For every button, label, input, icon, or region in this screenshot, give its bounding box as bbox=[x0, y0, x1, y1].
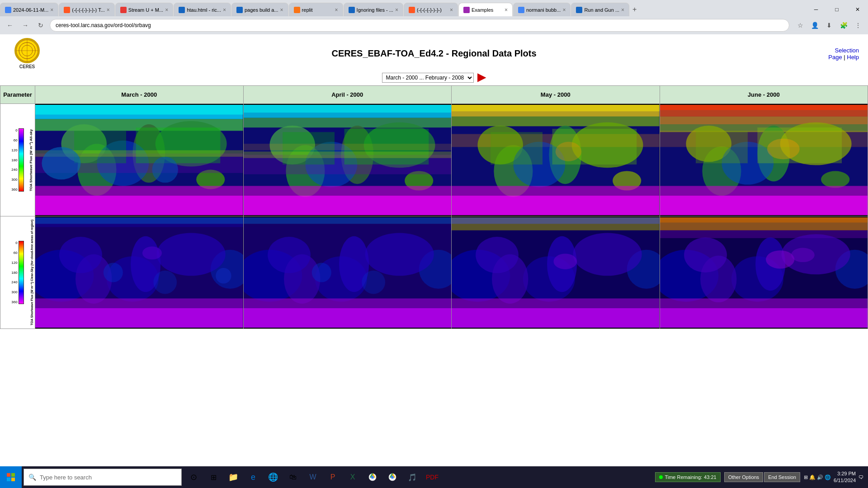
map-cell-april-clearsky[interactable] bbox=[244, 216, 452, 328]
tab-8-close[interactable]: × bbox=[450, 7, 453, 13]
map-cell-april-allsky[interactable] bbox=[244, 104, 452, 216]
tab-2-favicon bbox=[64, 7, 70, 13]
menu-button[interactable]: ⋮ bbox=[852, 19, 864, 32]
map-cell-march-allsky[interactable] bbox=[35, 104, 243, 216]
svg-point-35 bbox=[104, 263, 123, 282]
svg-rect-113 bbox=[660, 186, 868, 196]
page-content: CERES CERES_EBAF-TOA_Ed4.2 - Regional Da… bbox=[0, 34, 868, 466]
map-march-allsky-svg bbox=[35, 104, 243, 216]
minimize-button[interactable]: ─ bbox=[806, 3, 826, 16]
tab-10-label: normani bubb... bbox=[526, 7, 561, 13]
other-options-button[interactable]: Other Options bbox=[724, 472, 763, 482]
param-header: Parameter bbox=[0, 86, 35, 104]
svg-rect-39 bbox=[35, 217, 243, 224]
taskbar-chrome[interactable] bbox=[363, 467, 382, 487]
map-cell-may-clearsky[interactable] bbox=[452, 216, 660, 328]
tab-9[interactable]: Examples × bbox=[458, 3, 513, 16]
tab-10-close[interactable]: × bbox=[562, 7, 566, 13]
tab-2-label: (-{-(-{-}-)-}-) T... bbox=[72, 7, 105, 13]
svg-rect-51 bbox=[244, 186, 452, 196]
notification-icon[interactable]: 🗨 bbox=[859, 474, 863, 480]
svg-point-63 bbox=[268, 237, 311, 273]
svg-point-129 bbox=[766, 250, 794, 268]
windows-logo-icon bbox=[6, 473, 15, 482]
help-link[interactable]: Help bbox=[847, 54, 859, 61]
tab-11-close[interactable]: × bbox=[621, 7, 624, 13]
tab-5-close[interactable]: × bbox=[280, 7, 283, 13]
end-session-button[interactable]: End Session bbox=[764, 472, 800, 482]
tab-8[interactable]: (-{-(-{-}-)-}-) × bbox=[404, 3, 458, 16]
svg-rect-70 bbox=[244, 217, 452, 224]
tab-2[interactable]: (-{-(-{-}-)-}-) T... × bbox=[59, 3, 115, 16]
tab-bar: 2024-06-11-M... × (-{-(-{-}-)-}-) T... ×… bbox=[0, 0, 868, 16]
extensions-button[interactable]: 🧩 bbox=[837, 19, 850, 32]
tab-3[interactable]: Stream U + M... × bbox=[115, 3, 173, 16]
svg-point-21 bbox=[42, 147, 80, 179]
close-button[interactable]: ✕ bbox=[847, 3, 868, 16]
taskbar-search[interactable]: 🔍 Type here to search bbox=[24, 469, 182, 486]
search-icon: 🔍 bbox=[28, 474, 36, 481]
tab-6[interactable]: replit × bbox=[289, 3, 343, 16]
svg-rect-100 bbox=[452, 217, 660, 224]
start-button[interactable] bbox=[0, 466, 22, 488]
play-button[interactable] bbox=[477, 73, 486, 82]
back-button[interactable]: ← bbox=[4, 19, 16, 32]
svg-point-30 bbox=[59, 237, 102, 273]
tab-10-favicon bbox=[518, 7, 524, 13]
taskbar-excel[interactable]: X bbox=[343, 467, 363, 487]
tab-4-label: htau.html - ric... bbox=[187, 7, 221, 13]
svg-rect-33 bbox=[35, 308, 243, 328]
bookmark-button[interactable]: ☆ bbox=[794, 19, 807, 32]
map-cell-june-allsky[interactable] bbox=[660, 104, 868, 216]
address-input[interactable] bbox=[50, 19, 789, 32]
date-range-select[interactable]: March - 2000 ... February - 2008 bbox=[382, 73, 474, 83]
map-cell-may-allsky[interactable] bbox=[452, 104, 660, 216]
tab-4-close[interactable]: × bbox=[223, 7, 226, 13]
tab-7-close[interactable]: × bbox=[395, 7, 398, 13]
tab-3-favicon bbox=[120, 7, 127, 13]
colorbar-clearsky: 0 60 120 180 240 300 360 bbox=[9, 216, 25, 328]
taskbar-edge[interactable]: e bbox=[243, 467, 263, 487]
taskbar-powerpoint[interactable]: P bbox=[323, 467, 343, 487]
taskbar-pdf[interactable]: PDF bbox=[422, 467, 442, 487]
tab-1-close[interactable]: × bbox=[50, 7, 53, 13]
tab-2-close[interactable]: × bbox=[107, 7, 110, 13]
taskbar-ie[interactable]: 🌐 bbox=[263, 467, 283, 487]
taskbar-store[interactable]: 🛍 bbox=[283, 467, 303, 487]
map-cell-june-clearsky[interactable] bbox=[660, 216, 868, 328]
svg-rect-99 bbox=[452, 299, 660, 309]
tab-7[interactable]: Ignoring files - ... × bbox=[344, 3, 403, 16]
tab-5[interactable]: pages build a... × bbox=[231, 3, 288, 16]
param-label-allsky: TOA Shortwave Flux (W m⁻²) All-sky bbox=[29, 104, 33, 216]
tab-6-close[interactable]: × bbox=[335, 7, 338, 13]
time-dot bbox=[659, 475, 663, 479]
col-march-2000: March - 2000 bbox=[35, 85, 244, 329]
svg-rect-112 bbox=[660, 196, 868, 215]
svg-rect-134 bbox=[7, 473, 10, 477]
taskbar-music[interactable]: 🎵 bbox=[402, 467, 422, 487]
maximize-button[interactable]: □ bbox=[826, 3, 847, 16]
month-header-may: May - 2000 bbox=[452, 86, 660, 104]
taskbar-word[interactable]: W bbox=[303, 467, 323, 487]
tab-11[interactable]: Run and Gun ... × bbox=[571, 3, 629, 16]
map-cell-march-clearsky[interactable] bbox=[35, 216, 243, 328]
svg-rect-137 bbox=[11, 478, 15, 481]
sys-tray: ⊞ 🔔 🔊 🌐 3:29 PM 6/11/2024 🗨 bbox=[804, 470, 863, 484]
profile-button[interactable]: 👤 bbox=[808, 19, 821, 32]
reload-button[interactable]: ↻ bbox=[34, 19, 47, 32]
svg-rect-133 bbox=[660, 217, 868, 222]
tab-9-close[interactable]: × bbox=[505, 7, 508, 13]
download-button[interactable]: ⬇ bbox=[823, 19, 835, 32]
taskbar-cortana[interactable]: ⊙ bbox=[184, 467, 203, 487]
taskbar-task-view[interactable]: ⊞ bbox=[203, 467, 223, 487]
tab-5-favicon bbox=[236, 7, 243, 13]
tab-3-close[interactable]: × bbox=[165, 7, 168, 13]
forward-button[interactable]: → bbox=[19, 19, 32, 32]
tab-10[interactable]: normani bubb... × bbox=[513, 3, 571, 16]
taskbar-chrome2[interactable] bbox=[382, 467, 402, 487]
tab-1[interactable]: 2024-06-11-M... × bbox=[0, 3, 58, 16]
new-tab-button[interactable]: + bbox=[630, 5, 639, 14]
taskbar-explorer[interactable]: 📁 bbox=[223, 467, 243, 487]
svg-rect-20 bbox=[35, 105, 243, 115]
tab-4[interactable]: htau.html - ric... × bbox=[174, 3, 231, 16]
